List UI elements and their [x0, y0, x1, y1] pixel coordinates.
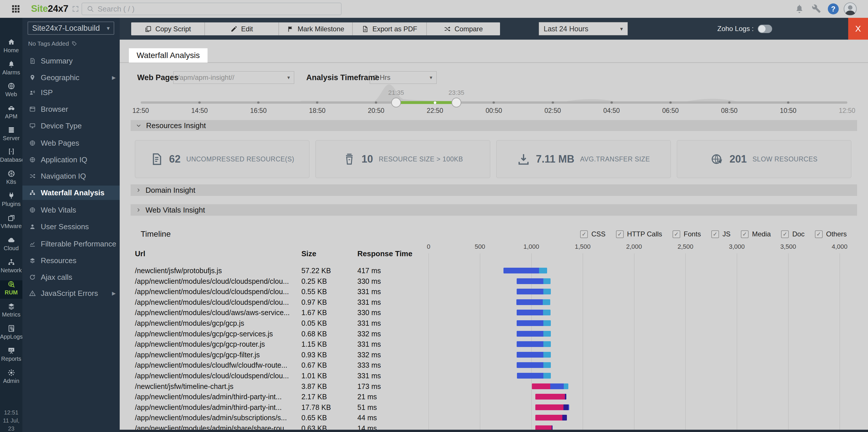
sidebar-item-user-sessions[interactable]: User Sessions [22, 220, 120, 233]
rail-item-vmware[interactable]: VMware [0, 214, 22, 232]
notifications-bell-icon[interactable] [795, 4, 804, 14]
rail-item-rum[interactable]: RUM [0, 280, 22, 299]
rail-item-server[interactable]: Server [0, 126, 22, 144]
filter-http-calls[interactable]: ✓HTTP Calls [616, 230, 662, 238]
expand-icon[interactable] [72, 5, 79, 12]
resource-url[interactable]: /app/newclient/modules/cloud/aws/aws-ser… [135, 309, 290, 317]
column-header-size[interactable]: Size [301, 249, 316, 258]
sidebar-item-browser[interactable]: Browser [22, 103, 120, 116]
slider-handle-start[interactable] [391, 98, 401, 108]
rail-item-reports[interactable]: Reports [0, 347, 22, 365]
filter-fonts[interactable]: ✓Fonts [673, 230, 701, 238]
rail-item-apm[interactable]: APM [0, 104, 22, 123]
resource-url[interactable]: /app/newclient/modules/admin/third-party… [135, 393, 282, 401]
filter-others[interactable]: ✓Others [815, 230, 847, 238]
resource-url[interactable]: /app/newclient/modules/cloud/cloudspend/… [135, 298, 289, 307]
resource-url[interactable]: /app/newclient/modules/cloudfw/cloudfw-r… [135, 361, 287, 369]
edit-button[interactable]: Edit [205, 22, 279, 35]
waterfall-bar[interactable] [517, 278, 551, 284]
sidebar-item-web-vitals[interactable]: Web Vitals [22, 203, 120, 217]
resource-url[interactable]: /app/newclient/modules/cloud/cloudspend/… [135, 277, 289, 286]
insight-card-avg-transfer-size[interactable]: 7.11 MBAVG.TRANSFER SIZE [496, 140, 671, 178]
tags-row[interactable]: No Tags Added [28, 40, 77, 47]
resource-url[interactable]: /app/newclient/modules/admin/third-party… [135, 403, 282, 412]
sidebar-item-waterfall-analysis[interactable]: Waterfall Analysis [22, 185, 120, 200]
checkbox-checked[interactable]: ✓ [741, 230, 749, 238]
sidebar-item-isp[interactable]: ISP [22, 86, 120, 99]
checkbox-checked[interactable]: ✓ [673, 230, 680, 238]
rail-item-plugins[interactable]: Plugins [0, 192, 22, 210]
resource-url[interactable]: /app/newclient/modules/gcp/gcp-services.… [135, 330, 273, 338]
sidebar-item-javascript-errors[interactable]: JavaScript Errors▶ [22, 287, 120, 300]
column-header-response[interactable]: Response Time [358, 249, 412, 258]
sidebar-item-resources[interactable]: Resources [22, 254, 120, 267]
app-grid-icon[interactable] [11, 4, 21, 14]
resource-url[interactable]: /newclient/jsfw/protobufjs.js [135, 266, 222, 275]
checkbox-checked[interactable]: ✓ [711, 230, 719, 238]
compare-button[interactable]: Compare [427, 22, 500, 35]
mark-milestone-button[interactable]: Mark Milestone [279, 22, 353, 35]
sidebar-item-application-iq[interactable]: Application IQ [22, 153, 120, 166]
domain-insight-header[interactable]: Domain Insight [131, 184, 857, 196]
rail-item-alarms[interactable]: Alarms [0, 60, 22, 79]
rail-item-k8s[interactable]: K8s [0, 170, 22, 188]
zoho-logs-toggle[interactable] [758, 25, 772, 33]
rail-item-database[interactable]: Database [0, 148, 22, 166]
site24x7-logo[interactable]: Site24x7 [31, 3, 68, 14]
sidebar-item-geographic[interactable]: Geographic▶ [22, 71, 120, 84]
time-range-select[interactable]: Last 24 Hours ▾ [539, 22, 628, 35]
web-pages-dropdown[interactable]: /apm/apm-insight// ▾ [174, 71, 294, 84]
time-slider-selected-range[interactable] [396, 101, 456, 104]
waterfall-bar[interactable] [517, 373, 551, 379]
resource-url[interactable]: /app/newclient/modules/gcp/gcp-router.js [135, 340, 265, 348]
global-search[interactable] [82, 3, 342, 15]
timeframe-dropdown[interactable]: 2 Hrs ▾ [370, 71, 437, 84]
close-button[interactable]: X [848, 18, 868, 40]
filter-doc[interactable]: ✓Doc [781, 230, 805, 238]
sidebar-item-summary[interactable]: Summary [22, 54, 120, 67]
resource-url[interactable]: /app/newclient/modules/gcp/gcp.js [135, 319, 244, 327]
waterfall-bar[interactable] [517, 331, 551, 337]
rail-item-applogs[interactable]: AppLogs [0, 324, 22, 343]
rail-item-network[interactable]: Network [0, 258, 22, 277]
waterfall-bar[interactable] [517, 341, 551, 347]
insight-card-uncompressed-resource-s[interactable]: 62UNCOMPRESSED RESOURCE(S) [135, 140, 309, 178]
checkbox-checked[interactable]: ✓ [616, 230, 624, 238]
web-vitals-insight-header[interactable]: Web Vitals Insight [131, 204, 857, 216]
sidebar-item-web-pages[interactable]: Web Pages [22, 137, 120, 150]
waterfall-bar[interactable] [517, 289, 551, 294]
rail-item-home[interactable]: Home [0, 38, 22, 57]
tools-wrench-icon[interactable] [812, 4, 821, 13]
checkbox-checked[interactable]: ✓ [580, 230, 588, 238]
sidebar-item-navigation-iq[interactable]: Navigation IQ [22, 170, 120, 183]
help-button[interactable]: ? [828, 3, 839, 15]
waterfall-bar[interactable] [516, 299, 550, 305]
waterfall-bar[interactable] [517, 310, 550, 315]
waterfall-bar[interactable] [535, 415, 567, 421]
resource-url[interactable]: /app/newclient/modules/gcp/gcp-filter.js [135, 351, 260, 359]
search-input[interactable] [98, 5, 327, 13]
filter-css[interactable]: ✓CSS [580, 230, 606, 238]
insight-card-slow-resources[interactable]: 201SLOW RESOURCES [677, 140, 851, 178]
rail-item-metrics[interactable]: Metrics [0, 303, 22, 321]
slider-handle-end[interactable] [452, 98, 461, 108]
sidebar-item-ajax-calls[interactable]: Ajax calls [22, 270, 120, 284]
waterfall-bar[interactable] [535, 394, 566, 400]
resource-url[interactable]: /app/newclient/modules/admin/subscriptio… [135, 413, 287, 422]
checkbox-checked[interactable]: ✓ [815, 230, 823, 238]
export-as-pdf-button[interactable]: Export as PDF [353, 22, 427, 35]
monitor-selector[interactable]: Site24x7-Localbuild ▾ [28, 22, 114, 35]
resource-url[interactable]: /app/newclient/modules/cloud/cloudspend/… [135, 372, 289, 380]
resources-insight-header[interactable]: Resources Insight [131, 120, 857, 131]
waterfall-bar[interactable] [503, 268, 547, 273]
column-header-url[interactable]: Url [135, 249, 145, 258]
sidebar-item-filterable-performance[interactable]: Filterable Performance [22, 237, 120, 251]
checkbox-checked[interactable]: ✓ [781, 230, 789, 238]
waterfall-bar[interactable] [517, 352, 551, 357]
insight-card-resource-size-100kb[interactable]: 10RESOURCE SIZE > 100KB [315, 140, 490, 178]
waterfall-bar[interactable] [532, 383, 568, 389]
sidebar-item-device-type[interactable]: Device Type [22, 119, 120, 133]
waterfall-bar[interactable] [517, 362, 551, 368]
filter-js[interactable]: ✓JS [711, 230, 731, 238]
filter-media[interactable]: ✓Media [741, 230, 771, 238]
